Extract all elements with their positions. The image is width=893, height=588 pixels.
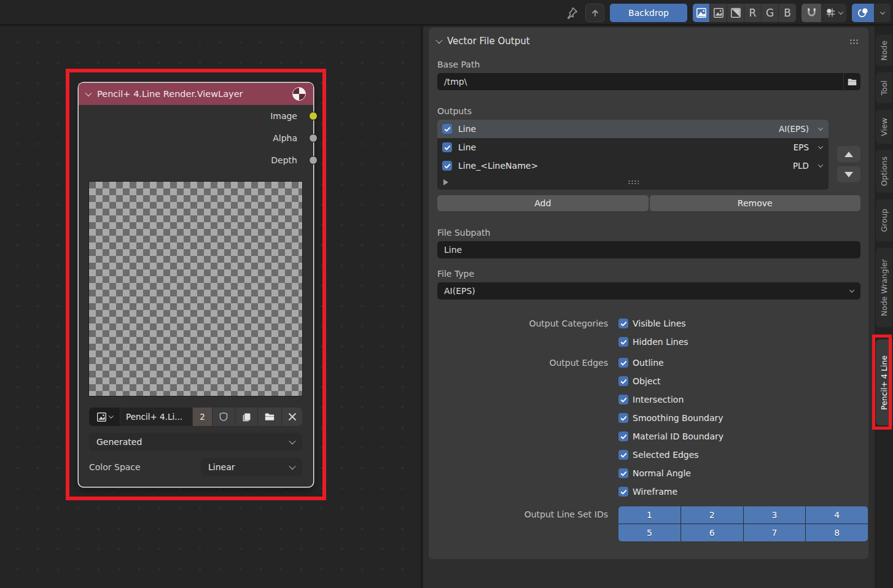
add-output-button[interactable]: Add [437,195,649,211]
move-up-button[interactable] [837,146,860,162]
base-path-browse-folder-icon[interactable] [843,73,860,90]
output-format-dropdown[interactable]: EPS [794,142,809,152]
line-set-id-button[interactable]: 8 [806,524,868,541]
snap-target-dropdown[interactable] [822,4,846,22]
remove-output-button[interactable]: Remove [650,195,861,211]
tab-tool[interactable]: Tool [876,72,892,103]
color-space-dropdown[interactable]: Linear [201,458,302,476]
image-source-dropdown[interactable]: Generated [89,433,302,451]
tab-node[interactable]: Node [876,35,892,66]
new-image-copy-icon[interactable] [235,408,257,426]
output-name: Line_<LineName> [458,161,787,171]
node-title: Pencil+ 4.Line Render.ViewLayer [97,89,286,99]
green-channel-button[interactable]: G [762,4,779,22]
snap-group [801,4,846,22]
parent-node-tree-button[interactable] [585,4,604,22]
tab-group[interactable]: Group [876,199,892,241]
node-editor-canvas[interactable]: Pencil+ 4.Line Render.ViewLayer Image Al… [0,26,422,588]
open-image-folder-icon[interactable] [258,408,281,426]
line-set-id-button[interactable]: 4 [806,506,868,524]
chevron-down-icon [880,9,885,14]
alpha-channel-button[interactable] [727,4,744,22]
checkbox-checked-icon[interactable] [442,124,452,134]
checkbox-normal-angle[interactable]: Normal Angle [618,468,691,478]
pin-icon[interactable] [564,5,580,21]
collapse-chevron-icon[interactable] [85,90,92,96]
image-socket-icon[interactable] [309,112,318,120]
file-type-value: AI(EPS) [444,286,475,296]
image-browse-dropdown[interactable] [89,408,120,426]
file-type-dropdown[interactable]: AI(EPS) [437,282,860,300]
output-edges-label: Output Edges [437,358,608,368]
base-path-label: Base Path [437,60,860,69]
tab-pencil-4-line[interactable]: Pencil+ 4 Line [876,339,892,425]
file-subpath-input[interactable]: Line [437,241,860,258]
unlink-x-icon[interactable] [282,408,302,426]
base-path-input[interactable]: /tmp\ [437,73,843,90]
checkbox-label: Object [633,376,661,386]
panel-header[interactable]: Vector File Output [429,28,868,47]
checkbox-material-id-boundary[interactable]: Material ID Boundary [618,431,723,441]
checkbox-checked-icon [618,319,628,328]
blue-channel-button[interactable]: B [779,4,796,22]
depth-socket-icon[interactable] [309,156,318,164]
checkbox-visible-lines[interactable]: Visible Lines [618,319,686,328]
checkbox-checked-icon [618,450,628,460]
tab-view[interactable]: View [876,110,892,144]
chevron-down-icon [108,413,113,418]
checkbox-intersection[interactable]: Intersection [618,395,684,404]
list-resize-grip-icon[interactable] [628,180,639,185]
sidebar-region: Vector File Output Base Path /tmp\ Outpu… [423,26,875,588]
image-preview-checkerboard [89,182,302,396]
line-set-id-button[interactable]: 6 [681,524,743,541]
checkbox-checked-icon [618,431,628,441]
tab-node-wrangler[interactable]: Node Wrangler [876,248,892,327]
output-format-dropdown[interactable]: PLD [793,161,809,171]
line-set-id-button[interactable]: 3 [744,506,806,524]
panel-drag-grip-icon[interactable] [849,39,859,44]
outputs-list-row[interactable]: Line AI(EPS) [437,120,829,138]
line-set-id-button[interactable]: 5 [618,524,680,541]
checkbox-selected-edges[interactable]: Selected Edges [618,450,699,460]
checkbox-checked-icon[interactable] [442,142,452,152]
render-layer-sphere-icon[interactable] [292,87,306,101]
fake-user-shield-icon[interactable] [213,408,235,426]
backdrop-toggle-button[interactable]: Backdrop [610,4,687,22]
checkbox-hidden-lines[interactable]: Hidden Lines [618,337,688,347]
overlap-dropdown[interactable] [875,4,891,22]
line-set-id-button[interactable]: 1 [618,506,680,524]
outputs-list-row[interactable]: Line EPS [437,138,829,157]
color-alpha-channel-button[interactable] [693,4,710,22]
checkbox-label: Visible Lines [633,319,686,328]
alpha-socket-icon[interactable] [309,134,318,142]
image-datablock-row: Pencil+ 4.Li... 2 [89,408,302,426]
checkbox-outline[interactable]: Outline [618,358,664,368]
image-users-count-button[interactable]: 2 [193,408,212,426]
checkbox-smoothing-boundary[interactable]: Smoothing Boundary [618,413,723,423]
checkbox-checked-icon [618,413,628,423]
outputs-list-row[interactable]: Line_<LineName> PLD [437,157,829,175]
output-name: Line [458,142,787,152]
node-header[interactable]: Pencil+ 4.Line Render.ViewLayer [79,83,313,105]
chevron-down-icon [818,125,823,130]
list-filter-expand-icon[interactable] [443,179,448,185]
output-format-dropdown[interactable]: AI(EPS) [779,124,809,134]
color-channel-button[interactable] [710,4,727,22]
checkbox-label: Smoothing Boundary [633,413,723,423]
move-down-button[interactable] [837,166,860,182]
tab-options[interactable]: Options [876,150,892,193]
snap-magnet-icon[interactable] [801,4,822,22]
backdrop-channel-group: R G B [693,4,796,22]
auto-render-overlap-icon[interactable] [852,4,875,22]
line-set-id-button[interactable]: 7 [744,524,806,541]
red-channel-button[interactable]: R [744,4,762,22]
panel-collapse-chevron-icon[interactable] [435,37,442,44]
vector-file-output-panel: Vector File Output Base Path /tmp\ Outpu… [429,28,868,559]
image-name-field[interactable]: Pencil+ 4.Li... [120,408,192,426]
render-layers-node[interactable]: Pencil+ 4.Line Render.ViewLayer Image Al… [79,83,313,487]
line-set-id-button[interactable]: 2 [681,506,743,524]
checkbox-object[interactable]: Object [618,376,661,386]
checkbox-wireframe[interactable]: Wireframe [618,487,677,497]
checkbox-checked-icon[interactable] [442,161,452,171]
socket-row-image: Image [79,105,313,127]
